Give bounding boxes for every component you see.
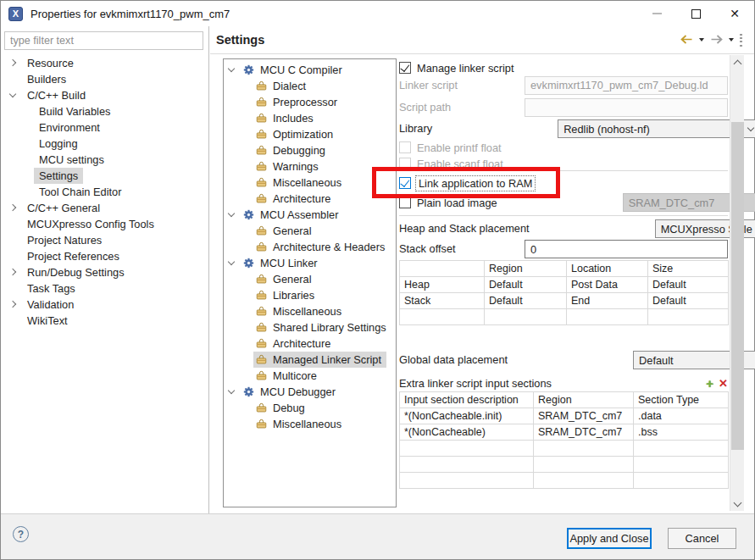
table-cell[interactable]: .bss <box>634 424 729 441</box>
stack-offset-input[interactable] <box>525 240 728 258</box>
sidebar-item-project-references[interactable]: Project References <box>1 248 208 264</box>
table-cell[interactable] <box>648 309 729 325</box>
tool-tree-item-optimization[interactable]: Optimization <box>224 126 396 142</box>
table-cell[interactable]: Default <box>648 277 729 293</box>
table-cell[interactable] <box>400 473 534 489</box>
sidebar-item-wikitext[interactable]: WikiText <box>1 313 208 329</box>
table-cell[interactable]: .data <box>634 408 729 424</box>
table-cell[interactable]: *(NonCacheable) <box>400 424 534 441</box>
chevron-down-icon[interactable] <box>228 259 236 267</box>
table-cell[interactable] <box>485 309 567 325</box>
table-row[interactable] <box>400 309 729 325</box>
table-cell[interactable] <box>534 457 634 473</box>
chevron-down-icon[interactable] <box>228 211 236 219</box>
table-cell[interactable]: End <box>567 293 648 309</box>
sidebar-item-c-c-general[interactable]: C/C++ General <box>1 200 208 216</box>
library-dropdown[interactable]: Redlib (nohost-nf) <box>558 119 755 138</box>
tool-tree-item-managed-linker-script[interactable]: Managed Linker Script <box>224 352 396 368</box>
table-cell[interactable]: Heap <box>400 277 485 293</box>
table-cell[interactable]: *(NonCacheable.init) <box>400 408 534 424</box>
cancel-button[interactable]: Cancel <box>668 528 736 549</box>
sidebar-item-c-c-build[interactable]: C/C++ Build <box>1 87 208 103</box>
tool-tree-item-libraries[interactable]: Libraries <box>224 287 396 303</box>
table-row[interactable] <box>400 473 729 489</box>
forward-arrow-icon[interactable] <box>710 34 723 47</box>
sidebar-item-builders[interactable]: Builders <box>1 71 208 87</box>
table-cell[interactable]: Default <box>485 277 567 293</box>
tool-tree-item-miscellaneous[interactable]: Miscellaneous <box>224 303 396 319</box>
sidebar-item-validation[interactable]: Validation <box>1 297 208 313</box>
tool-tree-item-debugging[interactable]: Debugging <box>224 142 396 158</box>
apply-and-close-button[interactable]: Apply and Close <box>567 528 652 549</box>
table-cell[interactable] <box>400 309 485 325</box>
table-cell[interactable]: Stack <box>400 293 485 309</box>
table-cell[interactable] <box>400 457 534 473</box>
delete-section-button[interactable]: ✕ <box>719 378 728 389</box>
tool-tree-item-architecture[interactable]: Architecture <box>224 191 396 207</box>
table-cell[interactable] <box>634 457 729 473</box>
plain-load-image-checkbox[interactable] <box>399 197 411 208</box>
filter-input[interactable] <box>4 31 203 50</box>
sidebar-item-build-variables[interactable]: Build Variables <box>1 103 208 119</box>
link-application-to-ram-checkbox[interactable] <box>399 177 411 189</box>
back-arrow-icon[interactable] <box>680 34 693 47</box>
tool-tree-item-includes[interactable]: Includes <box>224 110 396 126</box>
table-cell[interactable] <box>400 441 534 457</box>
sidebar-item-environment[interactable]: Environment <box>1 119 208 136</box>
tool-tree-item-preprocessor[interactable]: Preprocessor <box>224 94 396 110</box>
table-cell[interactable]: Default <box>648 293 729 309</box>
title-bar[interactable]: X Properties for evkmimxrt1170_pwm_cm7 ✕ <box>1 1 754 26</box>
table-cell[interactable] <box>634 441 729 457</box>
close-button[interactable]: ✕ <box>715 1 754 26</box>
manage-linker-script-checkbox[interactable] <box>399 62 411 74</box>
chevron-down-icon[interactable] <box>9 91 17 99</box>
help-button[interactable]: ? <box>13 526 29 542</box>
chevron-down-icon[interactable] <box>228 66 236 74</box>
table-row[interactable]: HeapDefaultPost DataDefault <box>400 277 729 293</box>
table-cell[interactable] <box>634 473 729 489</box>
sidebar-item-project-natures[interactable]: Project Natures <box>1 232 208 248</box>
sidebar-item-tool-chain-editor[interactable]: Tool Chain Editor <box>1 184 208 200</box>
table-cell[interactable]: Default <box>485 293 567 309</box>
table-cell[interactable] <box>534 441 634 457</box>
sidebar-item-task-tags[interactable]: Task Tags <box>1 280 208 297</box>
scroll-up-button[interactable] <box>730 55 745 69</box>
table-row[interactable] <box>400 457 729 473</box>
table-row[interactable] <box>400 441 729 457</box>
scroll-down-button[interactable] <box>730 497 745 511</box>
back-history-dropdown-icon[interactable] <box>699 38 704 42</box>
tool-tree-item-dialect[interactable]: Dialect <box>224 78 396 94</box>
tool-tree-item-debug[interactable]: Debug <box>224 400 396 416</box>
table-row[interactable]: *(NonCacheable.init)SRAM_DTC_cm7.data <box>400 408 729 424</box>
table-row[interactable]: StackDefaultEndDefault <box>400 293 729 309</box>
sidebar-item-resource[interactable]: Resource <box>1 55 208 71</box>
tool-tree-item-multicore[interactable]: Multicore <box>224 368 396 384</box>
tool-tree-item-warnings[interactable]: Warnings <box>224 158 396 175</box>
forward-history-dropdown-icon[interactable] <box>729 38 734 42</box>
tool-tree-item-architecture-headers[interactable]: Architecture & Headers <box>224 239 396 255</box>
tool-tree-item-architecture[interactable]: Architecture <box>224 335 396 352</box>
tool-tree-item-general[interactable]: General <box>224 223 396 239</box>
chevron-right-icon[interactable] <box>9 59 17 67</box>
tool-tree-item-mcu-c-compiler[interactable]: MCU C Compiler <box>224 62 396 78</box>
table-cell[interactable] <box>534 473 634 489</box>
sidebar-item-mcuxpresso-config-tools[interactable]: MCUXpresso Config Tools <box>1 216 208 232</box>
sidebar-item-settings[interactable]: Settings <box>1 168 208 184</box>
chevron-down-icon[interactable] <box>228 388 236 396</box>
chevron-right-icon[interactable] <box>9 204 17 212</box>
sidebar-item-logging[interactable]: Logging <box>1 136 208 152</box>
tool-tree-item-mcu-debugger[interactable]: MCU Debugger <box>224 384 396 400</box>
vertical-scrollbar[interactable] <box>730 55 744 511</box>
table-cell[interactable]: Post Data <box>567 277 648 293</box>
table-cell[interactable] <box>567 309 648 325</box>
tool-tree-item-shared-library-settings[interactable]: Shared Library Settings <box>224 319 396 335</box>
table-cell[interactable]: SRAM_DTC_cm7 <box>534 424 634 441</box>
tool-tree-item-general[interactable]: General <box>224 271 396 287</box>
scrollbar-thumb[interactable] <box>731 122 744 450</box>
maximize-button[interactable] <box>676 1 715 26</box>
chevron-right-icon[interactable] <box>9 301 17 308</box>
tool-tree-item-mcu-assembler[interactable]: MCU Assembler <box>224 207 396 223</box>
tool-tree-item-miscellaneous[interactable]: Miscellaneous <box>224 175 396 191</box>
sidebar-item-run-debug-settings[interactable]: Run/Debug Settings <box>1 264 208 280</box>
table-row[interactable]: *(NonCacheable)SRAM_DTC_cm7.bss <box>400 424 729 441</box>
